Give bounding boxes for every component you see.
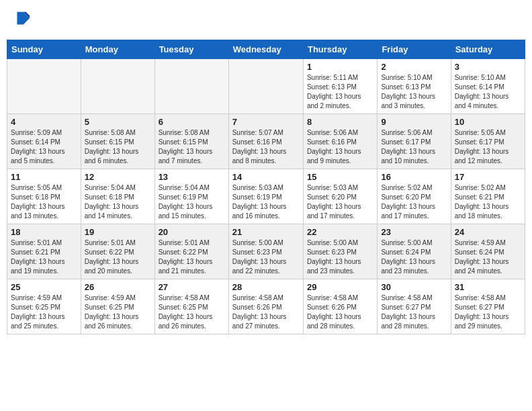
- week-row-4: 18Sunrise: 5:01 AM Sunset: 6:21 PM Dayli…: [7, 224, 525, 279]
- calendar-cell: 1Sunrise: 5:11 AM Sunset: 6:13 PM Daylig…: [303, 58, 377, 113]
- day-number: 8: [307, 117, 373, 127]
- calendar-cell: 22Sunrise: 5:00 AM Sunset: 6:23 PM Dayli…: [303, 224, 377, 279]
- calendar-cell: 23Sunrise: 5:00 AM Sunset: 6:24 PM Dayli…: [378, 224, 451, 279]
- calendar-cell: 10Sunrise: 5:05 AM Sunset: 6:17 PM Dayli…: [451, 113, 525, 169]
- calendar-cell: 25Sunrise: 4:59 AM Sunset: 6:25 PM Dayli…: [7, 279, 81, 334]
- calendar-cell: 15Sunrise: 5:03 AM Sunset: 6:20 PM Dayli…: [303, 169, 377, 224]
- calendar-cell: 5Sunrise: 5:08 AM Sunset: 6:15 PM Daylig…: [81, 113, 154, 169]
- day-info: Sunrise: 5:02 AM Sunset: 6:21 PM Dayligh…: [455, 183, 521, 221]
- day-info: Sunrise: 4:58 AM Sunset: 6:27 PM Dayligh…: [381, 293, 447, 331]
- calendar-cell: 28Sunrise: 4:58 AM Sunset: 6:26 PM Dayli…: [228, 279, 303, 334]
- day-info: Sunrise: 4:58 AM Sunset: 6:27 PM Dayligh…: [455, 293, 521, 331]
- day-info: Sunrise: 5:01 AM Sunset: 6:22 PM Dayligh…: [159, 238, 225, 276]
- day-info: Sunrise: 5:07 AM Sunset: 6:16 PM Dayligh…: [232, 128, 300, 166]
- weekday-header-monday: Monday: [81, 40, 154, 58]
- calendar-cell: 24Sunrise: 4:59 AM Sunset: 6:24 PM Dayli…: [451, 224, 525, 279]
- weekday-header-thursday: Thursday: [303, 40, 377, 58]
- day-number: 28: [232, 282, 300, 292]
- week-row-2: 4Sunrise: 5:09 AM Sunset: 6:14 PM Daylig…: [7, 113, 525, 169]
- day-number: 7: [232, 117, 300, 127]
- calendar-cell: 19Sunrise: 5:01 AM Sunset: 6:22 PM Dayli…: [81, 224, 154, 279]
- day-info: Sunrise: 5:02 AM Sunset: 6:20 PM Dayligh…: [381, 183, 447, 221]
- day-info: Sunrise: 5:06 AM Sunset: 6:16 PM Dayligh…: [307, 128, 373, 166]
- calendar-cell: 21Sunrise: 5:00 AM Sunset: 6:23 PM Dayli…: [228, 224, 303, 279]
- page-header: [7, 7, 525, 34]
- day-number: 23: [381, 227, 447, 237]
- calendar-cell: 20Sunrise: 5:01 AM Sunset: 6:22 PM Dayli…: [154, 224, 228, 279]
- day-number: 6: [159, 117, 225, 127]
- calendar-cell: 6Sunrise: 5:08 AM Sunset: 6:15 PM Daylig…: [154, 113, 228, 169]
- day-info: Sunrise: 5:10 AM Sunset: 6:13 PM Dayligh…: [381, 73, 447, 111]
- calendar-cell: 17Sunrise: 5:02 AM Sunset: 6:21 PM Dayli…: [451, 169, 525, 224]
- day-number: 5: [85, 117, 151, 127]
- calendar-cell: [228, 58, 303, 113]
- weekday-header-friday: Friday: [378, 40, 451, 58]
- day-number: 26: [85, 282, 151, 292]
- day-info: Sunrise: 4:59 AM Sunset: 6:24 PM Dayligh…: [455, 238, 521, 276]
- day-number: 12: [85, 172, 151, 182]
- calendar-cell: [154, 58, 228, 113]
- logo: [11, 9, 31, 32]
- day-number: 29: [307, 282, 373, 292]
- day-number: 18: [11, 227, 77, 237]
- weekday-header-saturday: Saturday: [451, 40, 525, 58]
- calendar-cell: 4Sunrise: 5:09 AM Sunset: 6:14 PM Daylig…: [7, 113, 81, 169]
- week-row-1: 1Sunrise: 5:11 AM Sunset: 6:13 PM Daylig…: [7, 58, 525, 113]
- day-info: Sunrise: 5:09 AM Sunset: 6:14 PM Dayligh…: [11, 128, 77, 166]
- day-info: Sunrise: 4:59 AM Sunset: 6:25 PM Dayligh…: [85, 293, 151, 331]
- calendar-cell: 26Sunrise: 4:59 AM Sunset: 6:25 PM Dayli…: [81, 279, 154, 334]
- day-number: 30: [381, 282, 447, 292]
- day-info: Sunrise: 4:59 AM Sunset: 6:25 PM Dayligh…: [11, 293, 77, 331]
- day-number: 1: [307, 62, 373, 72]
- day-info: Sunrise: 5:01 AM Sunset: 6:21 PM Dayligh…: [11, 238, 77, 276]
- calendar-cell: 3Sunrise: 5:10 AM Sunset: 6:14 PM Daylig…: [451, 58, 525, 113]
- day-info: Sunrise: 5:00 AM Sunset: 6:24 PM Dayligh…: [381, 238, 447, 276]
- calendar-cell: 9Sunrise: 5:06 AM Sunset: 6:17 PM Daylig…: [378, 113, 451, 169]
- day-number: 27: [159, 282, 225, 292]
- day-info: Sunrise: 4:58 AM Sunset: 6:26 PM Dayligh…: [232, 293, 300, 331]
- day-number: 4: [11, 117, 77, 127]
- day-number: 9: [381, 117, 447, 127]
- weekday-header-row: SundayMondayTuesdayWednesdayThursdayFrid…: [7, 40, 525, 58]
- day-number: 21: [232, 227, 300, 237]
- calendar-cell: 29Sunrise: 4:58 AM Sunset: 6:26 PM Dayli…: [303, 279, 377, 334]
- day-info: Sunrise: 5:01 AM Sunset: 6:22 PM Dayligh…: [85, 238, 151, 276]
- day-info: Sunrise: 4:58 AM Sunset: 6:26 PM Dayligh…: [307, 293, 373, 331]
- calendar-cell: 7Sunrise: 5:07 AM Sunset: 6:16 PM Daylig…: [228, 113, 303, 169]
- day-info: Sunrise: 5:04 AM Sunset: 6:19 PM Dayligh…: [159, 183, 225, 221]
- day-info: Sunrise: 5:00 AM Sunset: 6:23 PM Dayligh…: [307, 238, 373, 276]
- calendar-cell: 13Sunrise: 5:04 AM Sunset: 6:19 PM Dayli…: [154, 169, 228, 224]
- logo-icon: [12, 9, 31, 28]
- day-info: Sunrise: 5:04 AM Sunset: 6:18 PM Dayligh…: [85, 183, 151, 221]
- day-info: Sunrise: 5:10 AM Sunset: 6:14 PM Dayligh…: [455, 73, 521, 111]
- day-info: Sunrise: 5:05 AM Sunset: 6:18 PM Dayligh…: [11, 183, 77, 221]
- weekday-header-sunday: Sunday: [7, 40, 81, 58]
- day-number: 3: [455, 62, 521, 72]
- day-info: Sunrise: 5:08 AM Sunset: 6:15 PM Dayligh…: [85, 128, 151, 166]
- calendar-cell: 8Sunrise: 5:06 AM Sunset: 6:16 PM Daylig…: [303, 113, 377, 169]
- calendar-cell: 14Sunrise: 5:03 AM Sunset: 6:19 PM Dayli…: [228, 169, 303, 224]
- calendar-cell: 18Sunrise: 5:01 AM Sunset: 6:21 PM Dayli…: [7, 224, 81, 279]
- day-number: 24: [455, 227, 521, 237]
- calendar: SundayMondayTuesdayWednesdayThursdayFrid…: [7, 40, 525, 334]
- calendar-cell: 31Sunrise: 4:58 AM Sunset: 6:27 PM Dayli…: [451, 279, 525, 334]
- day-number: 2: [381, 62, 447, 72]
- day-number: 16: [381, 172, 447, 182]
- calendar-cell: 16Sunrise: 5:02 AM Sunset: 6:20 PM Dayli…: [378, 169, 451, 224]
- week-row-5: 25Sunrise: 4:59 AM Sunset: 6:25 PM Dayli…: [7, 279, 525, 334]
- calendar-cell: [81, 58, 154, 113]
- day-number: 15: [307, 172, 373, 182]
- weekday-header-tuesday: Tuesday: [154, 40, 228, 58]
- calendar-cell: 2Sunrise: 5:10 AM Sunset: 6:13 PM Daylig…: [378, 58, 451, 113]
- day-number: 14: [232, 172, 300, 182]
- day-number: 13: [159, 172, 225, 182]
- calendar-cell: 11Sunrise: 5:05 AM Sunset: 6:18 PM Dayli…: [7, 169, 81, 224]
- day-number: 17: [455, 172, 521, 182]
- day-number: 19: [85, 227, 151, 237]
- day-info: Sunrise: 5:03 AM Sunset: 6:20 PM Dayligh…: [307, 183, 373, 221]
- day-info: Sunrise: 5:11 AM Sunset: 6:13 PM Dayligh…: [307, 73, 373, 111]
- calendar-cell: [7, 58, 81, 113]
- day-info: Sunrise: 5:06 AM Sunset: 6:17 PM Dayligh…: [381, 128, 447, 166]
- day-number: 22: [307, 227, 373, 237]
- day-info: Sunrise: 5:00 AM Sunset: 6:23 PM Dayligh…: [232, 238, 300, 276]
